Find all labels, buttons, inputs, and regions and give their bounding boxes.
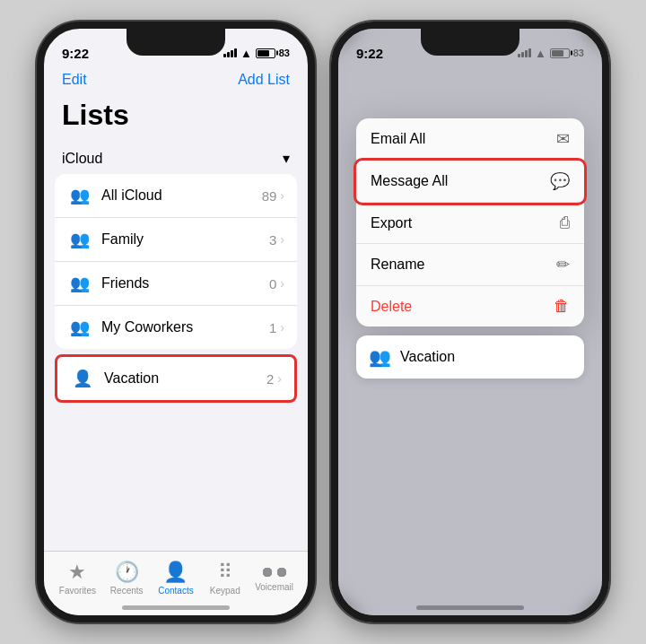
contacts-list: 👥 All iCloud 89 › 👥 Family 3 › 👥 Friends… [55,174,297,349]
email-all-label: Email All [371,131,425,147]
contact-count-coworkers: 1 [269,320,276,335]
trash-icon: 🗑 [554,297,570,316]
status-time-2: 9:22 [356,46,383,61]
tab-contacts[interactable]: 👤 Contacts [152,561,201,596]
icloud-label: iCloud [62,151,102,167]
tab-recents[interactable]: 🕐 Recents [102,561,152,596]
battery-icon-1 [256,48,275,58]
wifi-icon-2: ▲ [535,47,546,60]
status-icons-1: ▲ 83 [223,47,290,60]
status-time-1: 9:22 [62,46,89,61]
home-indicator-1 [122,605,230,610]
person-icon-tab: 👤 [163,561,188,584]
menu-item-message-all[interactable]: Message All 💬 [356,161,584,203]
tab-contacts-label: Contacts [158,586,193,596]
clock-icon: 🕐 [115,561,139,584]
tab-favorites[interactable]: ★ Favorites [53,561,102,596]
list-item-coworkers[interactable]: 👥 My Coworkers 1 › [55,306,297,349]
chevron-icon-family: › [280,232,284,247]
contact-name-coworkers: My Coworkers [101,319,269,335]
rename-label: Rename [371,257,424,273]
icloud-header[interactable]: iCloud ▾ [44,143,308,174]
tab-recents-label: Recents [110,586,144,596]
phone-1: 9:22 ▲ 83 Edit Add List Lists iCloud ▾ 👥 [37,22,315,622]
tab-voicemail[interactable]: ⏺⏺ Voicemail [249,564,299,592]
wifi-icon-1: ▲ [240,47,252,60]
contact-count-allicloud: 89 [262,188,277,204]
delete-label: Delete [371,299,412,315]
list-item-vacation-highlighted[interactable]: 👤 Vacation 2 › [55,354,297,403]
menu-item-delete[interactable]: Delete 🗑 [356,286,584,326]
list-item-friends[interactable]: 👥 Friends 0 › [55,262,297,306]
chevron-icon-friends: › [280,276,284,291]
status-icons-2: ▲ 83 [518,47,584,60]
chevron-icon-coworkers: › [280,320,284,335]
group-icon-coworkers: 👥 [67,315,92,340]
message-icon: 💬 [550,171,570,191]
tab-favorites-label: Favorites [59,586,96,596]
signal-bars-2 [518,48,531,57]
export-label: Export [371,215,412,231]
contact-name-vacation: Vacation [104,370,266,387]
menu-item-rename[interactable]: Rename ✏ [356,244,584,286]
tab-keypad-label: Keypad [210,586,240,596]
context-menu: Email All ✉ Message All 💬 Export ⎙ Renam… [356,118,584,326]
contact-name-friends: Friends [101,275,269,292]
tab-keypad[interactable]: ⠿ Keypad [200,561,249,596]
contact-name-family: Family [101,231,269,248]
export-icon: ⎙ [560,213,570,232]
nav-bar-1: Edit Add List [44,68,308,95]
contact-count-vacation: 2 [266,371,274,387]
menu-item-email-all[interactable]: Email All ✉ [356,118,584,161]
battery-percent-1: 83 [279,48,290,58]
person-icon-vacation: 👤 [70,366,95,391]
battery-percent-2: 83 [573,48,584,58]
context-overlay: Email All ✉ Message All 💬 Export ⎙ Renam… [356,118,584,379]
voicemail-icon: ⏺⏺ [260,564,289,580]
battery-icon-2 [550,48,570,58]
contact-count-friends: 0 [269,276,276,292]
chevron-icon-allicloud: › [280,188,284,203]
tab-voicemail-label: Voicemail [255,582,293,592]
edit-button[interactable]: Edit [62,72,87,88]
page-title-1: Lists [44,95,308,143]
signal-bars-1 [223,48,237,57]
menu-item-export[interactable]: Export ⎙ [356,203,584,244]
group-icon-family: 👥 [67,227,92,252]
phone-notch-1 [127,29,225,56]
status-bar-2: 9:22 ▲ 83 [338,29,602,68]
group-icon-allicloud: 👥 [67,183,92,208]
vacation-card: 👥 Vacation [356,335,584,379]
menu-item-message-all-wrapper: Message All 💬 [354,158,587,205]
phone-2: 9:22 ▲ 83 Email All ✉ [331,22,609,622]
home-indicator-2 [416,605,524,610]
pencil-icon: ✏ [556,255,570,274]
contact-count-family: 3 [269,232,276,248]
contact-name-allicloud: All iCloud [101,187,262,204]
keypad-icon: ⠿ [218,561,232,584]
list-item-family[interactable]: 👥 Family 3 › [55,218,297,262]
icloud-chevron-icon: ▾ [283,150,290,167]
group-icon-friends: 👥 [67,271,92,296]
list-item-allicloud[interactable]: 👥 All iCloud 89 › [55,174,297,218]
star-icon: ★ [68,561,86,584]
add-list-button[interactable]: Add List [238,72,290,88]
chevron-icon-vacation: › [277,371,282,386]
vacation-card-label: Vacation [400,349,455,365]
message-all-label: Message All [371,173,448,189]
vacation-card-icon: 👥 [369,346,391,368]
email-icon: ✉ [556,129,570,149]
